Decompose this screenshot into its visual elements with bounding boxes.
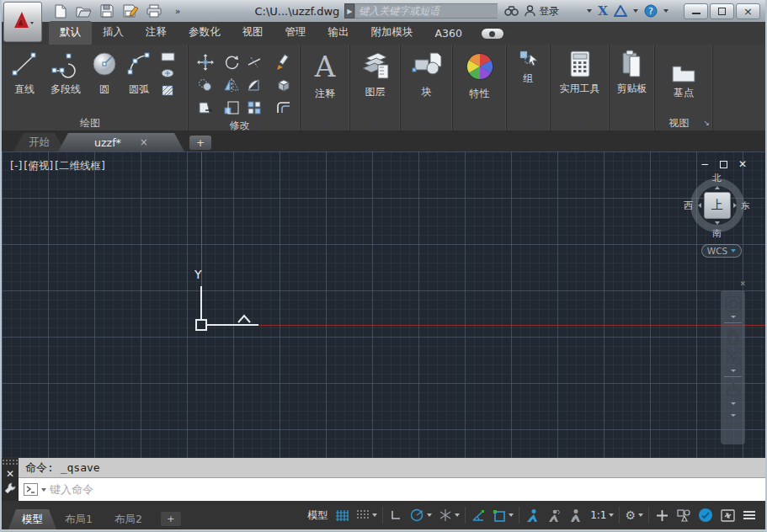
layout2-tab[interactable]: 布局2: [101, 509, 156, 529]
help-icon[interactable]: ?: [644, 4, 658, 18]
annoautoscale-toggle[interactable]: [543, 504, 565, 526]
a360-dropdown-icon[interactable]: [633, 9, 638, 13]
command-recent-dropdown-icon[interactable]: [41, 488, 46, 492]
viewport-visual-style-control[interactable]: [二维线框]: [55, 159, 105, 173]
minimize-button[interactable]: [684, 3, 708, 19]
clipboard-panel[interactable]: 剪贴板: [610, 45, 655, 130]
polar-dropdown-icon[interactable]: [427, 513, 432, 517]
tab-close-icon[interactable]: ×: [140, 136, 148, 148]
viewport-view-control[interactable]: [俯视]: [24, 159, 53, 173]
pan-hand-icon[interactable]: [725, 327, 742, 346]
model-tab[interactable]: 模型: [8, 509, 56, 529]
model-space-button[interactable]: 模型: [304, 504, 331, 526]
application-menu-button[interactable]: [3, 2, 42, 42]
hardware-acceleration-button[interactable]: [695, 504, 716, 526]
viewcube-south-label[interactable]: 南: [712, 227, 722, 240]
grid-toggle[interactable]: [331, 504, 353, 526]
clean-screen-button[interactable]: [716, 504, 738, 526]
polyline-button[interactable]: 多段线: [44, 45, 88, 115]
new-layout-button[interactable]: +: [161, 512, 181, 526]
qat-more-icon[interactable]: »: [168, 3, 187, 19]
drawing-minimize-icon[interactable]: −: [700, 158, 709, 170]
annotation-panel[interactable]: A 注释: [301, 45, 350, 130]
layout1-tab[interactable]: 布局1: [51, 509, 106, 529]
navbar-close-icon[interactable]: ✕: [739, 279, 746, 288]
orbit-dropdown-icon[interactable]: [731, 402, 736, 405]
new-file-button[interactable]: [51, 3, 69, 19]
array-button[interactable]: [244, 96, 270, 119]
exchange-apps-icon[interactable]: X: [598, 3, 608, 19]
new-drawing-tab-button[interactable]: +: [189, 136, 211, 150]
drawing-restore-icon[interactable]: [720, 161, 727, 168]
rotate-button[interactable]: [218, 51, 244, 73]
restore-button[interactable]: [710, 3, 734, 19]
viewcube-north-label[interactable]: 北: [712, 172, 722, 184]
ribbon-minimize-button[interactable]: [482, 29, 512, 39]
groups-panel[interactable]: 组: [507, 45, 551, 130]
view-panel-launcher-icon[interactable]: ↘: [703, 119, 710, 127]
ribbon-tab-parametric[interactable]: 参数化: [178, 21, 232, 45]
stretch-button[interactable]: [192, 96, 218, 119]
viewcube-east-label[interactable]: 东: [741, 200, 750, 212]
base-point-button[interactable]: 基点: [674, 86, 694, 100]
isodraft-dropdown-icon[interactable]: [455, 513, 460, 517]
hatch-button[interactable]: [160, 83, 184, 98]
viewcube-down-arrow-icon[interactable]: [715, 221, 720, 225]
osnap-dropdown-icon[interactable]: [509, 513, 514, 517]
close-button[interactable]: ×: [736, 3, 760, 19]
ribbon-tab-a360[interactable]: A360: [424, 23, 473, 45]
ribbon-tab-insert[interactable]: 插入: [92, 21, 135, 45]
ribbon-tab-output[interactable]: 输出: [317, 21, 360, 45]
draw-panel-footer[interactable]: 绘图: [2, 115, 188, 130]
mirror-button[interactable]: [218, 73, 244, 96]
navigation-wheel-dropdown-icon[interactable]: [731, 316, 736, 318]
workspace-switch-button[interactable]: ⚙: [621, 504, 647, 526]
viewcube-left-arrow-icon[interactable]: [698, 203, 701, 208]
annotation-scale-button[interactable]: 1:1: [587, 504, 617, 526]
properties-panel[interactable]: 特性: [453, 45, 507, 130]
command-customize-wrench-icon[interactable]: [4, 482, 16, 494]
isodraft-toggle[interactable]: [435, 504, 463, 526]
ribbon-tab-addins[interactable]: 附加模块: [360, 21, 424, 45]
save-button[interactable]: [98, 3, 116, 19]
move-button[interactable]: [192, 51, 218, 73]
viewcube-up-arrow-icon[interactable]: [715, 186, 720, 189]
isolate-objects-button[interactable]: [673, 504, 695, 526]
layers-panel[interactable]: 图层: [350, 45, 401, 130]
command-close-icon[interactable]: ✕: [6, 469, 14, 479]
annotation-scale-dropdown-icon[interactable]: [609, 513, 614, 517]
signin-dropdown-icon[interactable]: [587, 9, 592, 13]
file-tab-current[interactable]: uzzf* ×: [58, 133, 184, 152]
match-properties-button[interactable]: [270, 51, 296, 73]
ribbon-tab-manage[interactable]: 管理: [274, 21, 317, 45]
help-dropdown-icon[interactable]: [663, 9, 668, 13]
navigation-wheel-icon[interactable]: [724, 295, 743, 313]
viewport-menu-control[interactable]: [-]: [10, 159, 22, 173]
viewcube-west-label[interactable]: 西: [684, 200, 693, 212]
drawing-close-icon[interactable]: ✕: [738, 158, 747, 170]
ribbon-tab-view[interactable]: 视图: [232, 21, 274, 45]
ribbon-tab-annotate[interactable]: 注释: [135, 21, 178, 45]
workspace-dropdown-icon[interactable]: [638, 513, 643, 517]
a360-icon[interactable]: [614, 5, 627, 17]
snap-toggle[interactable]: [353, 504, 381, 526]
command-input[interactable]: [50, 483, 765, 496]
save-as-button[interactable]: [121, 3, 140, 19]
signin-button[interactable]: 登录: [525, 4, 559, 19]
viewcube-right-arrow-icon[interactable]: [733, 203, 737, 208]
zoom-dropdown-icon[interactable]: [731, 370, 736, 372]
zoom-icon[interactable]: [724, 348, 743, 367]
polar-tracking-toggle[interactable]: [407, 504, 435, 526]
circle-button[interactable]: 圆: [88, 45, 121, 115]
plot-button[interactable]: [145, 3, 163, 19]
search-binoculars-icon[interactable]: [504, 6, 519, 17]
fillet-button[interactable]: [244, 73, 270, 96]
viewcube-top-face[interactable]: 上: [704, 192, 731, 219]
annotation-visibility-toggle[interactable]: [521, 504, 543, 526]
object-snap-plus-button[interactable]: [651, 504, 673, 526]
explode-button[interactable]: [270, 73, 296, 96]
utilities-panel[interactable]: 实用工具: [551, 45, 610, 130]
file-tab-start[interactable]: 开始: [13, 133, 65, 152]
annotation-scale-person[interactable]: [565, 504, 587, 526]
copy-button[interactable]: [192, 73, 218, 96]
